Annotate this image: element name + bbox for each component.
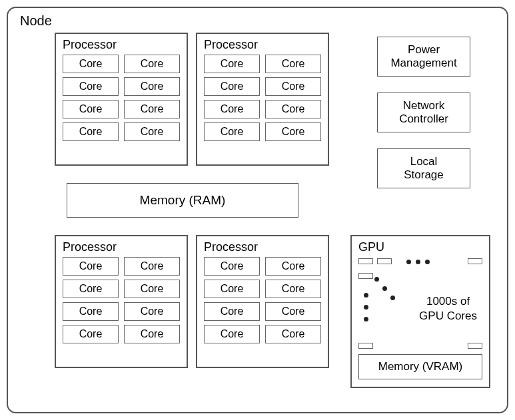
core: Core <box>124 325 180 343</box>
core: Core <box>265 77 321 96</box>
core: Core <box>124 280 180 298</box>
core: Core <box>63 100 119 118</box>
core: Core <box>204 302 260 321</box>
core: Core <box>124 100 180 118</box>
core: Core <box>124 55 180 73</box>
core: Core <box>63 280 119 298</box>
core: Core <box>63 122 119 141</box>
ellipsis-dot-icon <box>390 296 395 300</box>
memory-vram: Memory (VRAM) <box>358 354 482 379</box>
node-title: Node <box>20 13 498 29</box>
ellipsis-dot-icon <box>364 305 368 310</box>
gpu: GPU <box>350 235 490 388</box>
core: Core <box>63 325 119 343</box>
core: Core <box>265 257 321 276</box>
network-controller: Network Controller <box>377 93 470 132</box>
core: Core <box>204 55 260 73</box>
ellipsis-dot-icon <box>364 293 368 298</box>
processor-2: Processor Core Core Core Core Core Core … <box>196 33 329 166</box>
core: Core <box>265 55 321 73</box>
gpu-core-icon <box>377 258 392 264</box>
core: Core <box>124 302 180 321</box>
core: Core <box>265 280 321 298</box>
core: Core <box>124 257 180 276</box>
gpu-title: GPU <box>358 240 482 254</box>
processor-label: Processor <box>63 240 180 254</box>
core: Core <box>265 325 321 343</box>
core: Core <box>63 55 119 73</box>
core: Core <box>204 77 260 96</box>
processor-1: Processor Core Core Core Core Core Core … <box>55 33 188 166</box>
processor-label: Processor <box>63 38 180 52</box>
ellipsis-dot-icon <box>382 286 387 291</box>
core: Core <box>265 122 321 141</box>
node-content: Processor Core Core Core Core Core Core … <box>17 33 498 405</box>
core: Core <box>204 280 260 298</box>
local-storage: Local Storage <box>377 148 470 188</box>
core-grid: Core Core Core Core Core Core Core Core <box>204 55 321 141</box>
core: Core <box>204 257 260 276</box>
core-grid: Core Core Core Core Core Core Core Core <box>63 55 180 141</box>
power-management: Power Management <box>377 37 470 77</box>
ellipsis-dot-icon <box>416 260 420 264</box>
core: Core <box>265 302 321 321</box>
gpu-core-icon <box>358 258 373 264</box>
processor-label: Processor <box>204 38 321 52</box>
gpu-core-icon <box>468 343 482 349</box>
gpu-core-icon <box>468 258 482 264</box>
ellipsis-dot-icon <box>425 260 430 264</box>
gpu-caption: 1000s of GPU Cores <box>419 294 477 323</box>
node-container: Node Processor Core Core Core Core Core … <box>7 7 508 413</box>
processor-3: Processor Core Core Core Core Core Core … <box>55 235 188 368</box>
ellipsis-dot-icon <box>364 317 368 321</box>
gpu-body: 1000s of GPU Cores <box>358 257 482 350</box>
core: Core <box>204 122 260 141</box>
core-grid: Core Core Core Core Core Core Core Core <box>204 257 321 343</box>
ellipsis-dot-icon <box>406 260 411 264</box>
core: Core <box>265 100 321 118</box>
core: Core <box>124 122 180 141</box>
ellipsis-dot-icon <box>374 277 379 282</box>
processor-4: Processor Core Core Core Core Core Core … <box>196 235 329 368</box>
core: Core <box>204 325 260 343</box>
core: Core <box>204 100 260 118</box>
core: Core <box>124 77 180 96</box>
core: Core <box>63 257 119 276</box>
gpu-core-icon <box>358 273 373 279</box>
core: Core <box>63 77 119 96</box>
core-grid: Core Core Core Core Core Core Core Core <box>63 257 180 343</box>
core: Core <box>63 302 119 321</box>
processor-label: Processor <box>204 240 321 254</box>
memory-ram: Memory (RAM) <box>67 183 298 218</box>
gpu-core-icon <box>358 343 373 349</box>
